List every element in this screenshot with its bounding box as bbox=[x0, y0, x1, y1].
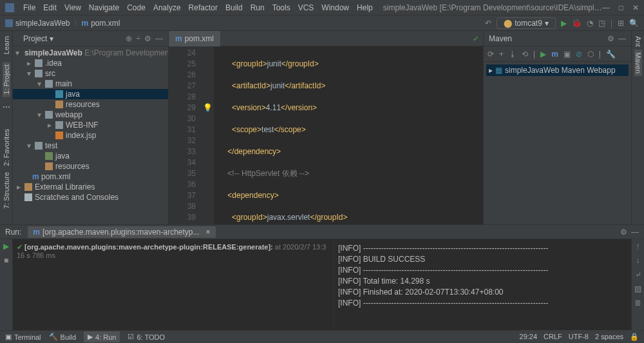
maximize-icon[interactable]: □ bbox=[619, 3, 623, 12]
menu-window[interactable]: Window bbox=[317, 3, 353, 12]
tree-java-main[interactable]: java bbox=[13, 89, 168, 99]
btab-terminal[interactable]: ▣ Terminal bbox=[5, 333, 41, 341]
prev-edit-icon[interactable]: ↶ bbox=[485, 19, 491, 28]
profile-icon[interactable]: ◳ bbox=[598, 19, 605, 28]
lock-icon[interactable]: 🔒 bbox=[630, 333, 639, 341]
sync-icon[interactable]: ⟲ bbox=[522, 50, 528, 59]
rerun-icon[interactable]: ▶ bbox=[3, 242, 9, 251]
maven-project-row[interactable]: ▸▦simpleJavaWeb Maven Webapp bbox=[486, 64, 629, 76]
project-icon bbox=[5, 19, 13, 27]
menu-build[interactable]: Build bbox=[222, 3, 247, 12]
bulb-icon: 💡 bbox=[201, 103, 214, 113]
run-tool-window: Run: m[org.apache.maven.plugins:maven-ar… bbox=[0, 224, 644, 330]
btab-run[interactable]: ▶ 4: Run bbox=[84, 331, 120, 342]
skip-icon[interactable]: ⊘ bbox=[576, 50, 582, 59]
hide-icon[interactable]: — bbox=[155, 34, 163, 43]
divider: ⋯ bbox=[3, 103, 10, 112]
hide-icon[interactable]: — bbox=[618, 34, 626, 43]
menu-help[interactable]: Help bbox=[353, 3, 377, 12]
crumb-project[interactable]: simpleJavaWeb bbox=[15, 19, 70, 28]
btab-build[interactable]: 🔨 Build bbox=[49, 333, 76, 341]
run-task-tree[interactable]: ✔ [org.apache.maven.plugins:maven-archet… bbox=[13, 239, 334, 330]
run-config-selector[interactable]: ⬤ tomcat9 ▾ bbox=[497, 17, 556, 29]
collapse-icon[interactable]: ⊕ bbox=[126, 34, 132, 43]
wrap-icon[interactable]: ⤶ bbox=[635, 270, 641, 279]
run-button-icon[interactable]: ▶ bbox=[561, 19, 567, 28]
vcs-icon[interactable]: ⊞ bbox=[618, 19, 624, 28]
gear-icon[interactable]: ⚙ bbox=[144, 34, 151, 43]
menu-code[interactable]: Code bbox=[123, 3, 149, 12]
menu-analyze[interactable]: Analyze bbox=[149, 3, 185, 12]
menu-vcs[interactable]: VCS bbox=[294, 3, 318, 12]
maven-tree[interactable]: ▸▦simpleJavaWeb Maven Webapp bbox=[484, 62, 631, 79]
run-header: Run: m[org.apache.maven.plugins:maven-ar… bbox=[0, 225, 644, 239]
project-header: Project ▾ ⊕ ÷ ⚙ — bbox=[13, 31, 168, 46]
gear-icon[interactable]: ⚙ bbox=[607, 34, 614, 43]
run-icon[interactable]: ▶ bbox=[540, 50, 546, 59]
chevron-down-icon: ▾ bbox=[545, 19, 549, 28]
m-icon[interactable]: m bbox=[551, 50, 558, 59]
debug-button-icon[interactable]: 🐞 bbox=[572, 19, 582, 28]
maven-header: Maven ⚙ — bbox=[484, 31, 631, 46]
menu-navigate[interactable]: Navigate bbox=[85, 3, 123, 12]
dep-icon[interactable]: ⬡ bbox=[587, 50, 594, 59]
encoding[interactable]: UTF-8 bbox=[569, 333, 589, 340]
up-icon[interactable]: ↑ bbox=[636, 242, 640, 251]
run-right-toolbar: ↑ ↓ ⤶ ▤ 🗎 bbox=[631, 239, 644, 330]
rail-ant[interactable]: Ant bbox=[634, 34, 642, 50]
check-icon: ✔ bbox=[17, 243, 23, 251]
left-rail-lower: 2: Favorites 7: Structure bbox=[0, 129, 13, 209]
run-console[interactable]: [INFO] ---------------------------------… bbox=[334, 239, 631, 330]
plus-icon[interactable]: + bbox=[499, 50, 504, 59]
run-left-toolbar: ▶ ■ bbox=[0, 239, 13, 330]
editor-tab-bar: mpom.xml ✓ bbox=[169, 31, 483, 46]
crumb-file[interactable]: pom.xml bbox=[91, 19, 120, 28]
rail-structure[interactable]: 7: Structure bbox=[3, 172, 10, 209]
toggle-icon[interactable]: ▣ bbox=[564, 50, 571, 59]
status-ok-icon: ✓ bbox=[469, 34, 483, 43]
menu-refactor[interactable]: Refactor bbox=[185, 3, 222, 12]
maven-toolbar: ⟳ + ⭳ ⟲ | ▶ m ▣ ⊘ ⬡ | 🔧 bbox=[484, 46, 631, 62]
print-icon[interactable]: 🗎 bbox=[634, 299, 642, 308]
tomcat-icon: ⬤ bbox=[504, 19, 512, 28]
m-icon: m bbox=[81, 19, 88, 28]
status-right-info: 29:24 CRLF UTF-8 2 spaces 🔒 bbox=[520, 330, 639, 343]
indent[interactable]: 2 spaces bbox=[595, 333, 623, 340]
project-label: Project ▾ bbox=[18, 34, 53, 43]
run-tab[interactable]: m[org.apache.maven.plugins:maven-archety… bbox=[28, 226, 215, 238]
run-config-label: tomcat9 bbox=[515, 19, 542, 28]
rail-learn[interactable]: Learn bbox=[3, 34, 10, 57]
hide-icon[interactable]: — bbox=[631, 228, 639, 237]
opts-icon[interactable]: ÷ bbox=[136, 34, 140, 43]
menu-run[interactable]: Run bbox=[247, 3, 269, 12]
refresh-icon[interactable]: ⟳ bbox=[488, 50, 494, 59]
run-label: Run: bbox=[5, 228, 21, 237]
close-icon[interactable]: ✕ bbox=[632, 3, 639, 12]
minimize-icon[interactable]: — bbox=[602, 3, 610, 12]
app-logo-icon bbox=[5, 3, 14, 12]
stop-icon[interactable]: ■ bbox=[4, 256, 8, 265]
rail-maven[interactable]: Maven bbox=[634, 50, 642, 76]
rail-favorites[interactable]: 2: Favorites bbox=[3, 129, 10, 166]
navigation-bar: simpleJavaWeb 〉 m pom.xml ↶ ⬤ tomcat9 ▾ … bbox=[0, 15, 644, 31]
wrench-icon[interactable]: 🔧 bbox=[606, 50, 616, 59]
menu-view[interactable]: View bbox=[61, 3, 85, 12]
window-title: simpleJavaWeb [E:\Program Development\so… bbox=[383, 3, 602, 12]
coverage-icon[interactable]: ◔ bbox=[587, 19, 593, 28]
download-icon[interactable]: ⭳ bbox=[509, 50, 516, 59]
caret-position[interactable]: 29:24 bbox=[520, 333, 538, 340]
down-icon[interactable]: ↓ bbox=[636, 256, 640, 265]
title-bar: File Edit View Navigate Code Analyze Ref… bbox=[0, 0, 644, 15]
menu-tools[interactable]: Tools bbox=[269, 3, 294, 12]
btab-todo[interactable]: ☑ 6: TODO bbox=[128, 333, 165, 341]
menu-file[interactable]: File bbox=[19, 3, 39, 12]
search-icon[interactable]: 🔍 bbox=[629, 19, 639, 28]
menu-edit[interactable]: Edit bbox=[39, 3, 61, 12]
line-ending[interactable]: CRLF bbox=[544, 333, 562, 340]
scroll-icon[interactable]: ▤ bbox=[634, 284, 641, 293]
rail-project[interactable]: 1: Project bbox=[3, 62, 10, 97]
gear-icon[interactable]: ⚙ bbox=[620, 228, 627, 237]
tab-pom[interactable]: mpom.xml bbox=[169, 31, 220, 46]
